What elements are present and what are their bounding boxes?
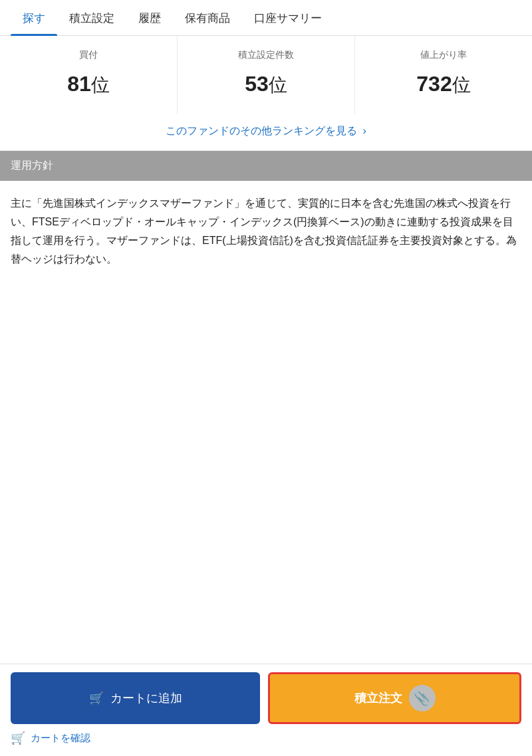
check-cart-button[interactable]: 🛒 カートを確認 — [11, 731, 90, 745]
ranking-card-gain: 値上がり率 732位 — [355, 36, 532, 114]
ranking-card-buy: 買付 81位 — [0, 36, 178, 114]
policy-section-header: 運用方針 — [0, 151, 532, 181]
ranking-label-gain: 値上がり率 — [362, 49, 525, 61]
tab-search[interactable]: 探す — [11, 0, 57, 35]
ranking-value-buy: 81位 — [7, 72, 170, 98]
ranking-link[interactable]: このファンドのその他ランキングを見る › — [166, 125, 366, 136]
clip-icon: 📎 — [409, 685, 436, 711]
ranking-label-buy: 買付 — [7, 49, 170, 61]
ranking-value-gain: 732位 — [362, 72, 525, 98]
tab-account-summary[interactable]: 口座サマリー — [242, 0, 334, 35]
policy-text: 主に「先進国株式インデックスマザーファンド」を通じて、実質的に日本を含む先進国の… — [0, 181, 532, 287]
tab-holdings[interactable]: 保有商品 — [173, 0, 242, 35]
ranking-link-row: このファンドのその他ランキングを見る › — [0, 114, 532, 151]
bottom-spacer — [0, 287, 532, 367]
add-to-cart-button[interactable]: 🛒 カートに追加 — [11, 672, 260, 724]
cart-check-icon: 🛒 — [11, 731, 25, 745]
ranking-label-tsumitate: 積立設定件数 — [184, 49, 348, 61]
nav-tabs: 探す 積立設定 履歴 保有商品 口座サマリー — [0, 0, 532, 36]
cart-icon: 🛒 — [89, 691, 104, 705]
order-button[interactable]: 積立注文 📎 — [268, 672, 521, 724]
ranking-card-tsumitate: 積立設定件数 53位 — [178, 36, 355, 114]
action-buttons: 🛒 カートに追加 積立注文 📎 — [11, 672, 521, 724]
action-bar: 🛒 カートに追加 積立注文 📎 🛒 カートを確認 — [0, 664, 532, 756]
ranking-value-tsumitate: 53位 — [184, 72, 348, 98]
ranking-section: 買付 81位 積立設定件数 53位 値上がり率 732位 — [0, 36, 532, 114]
tab-tsumitate-settings[interactable]: 積立設定 — [57, 0, 126, 35]
chevron-right-icon: › — [363, 125, 366, 137]
tab-history[interactable]: 履歴 — [126, 0, 173, 35]
